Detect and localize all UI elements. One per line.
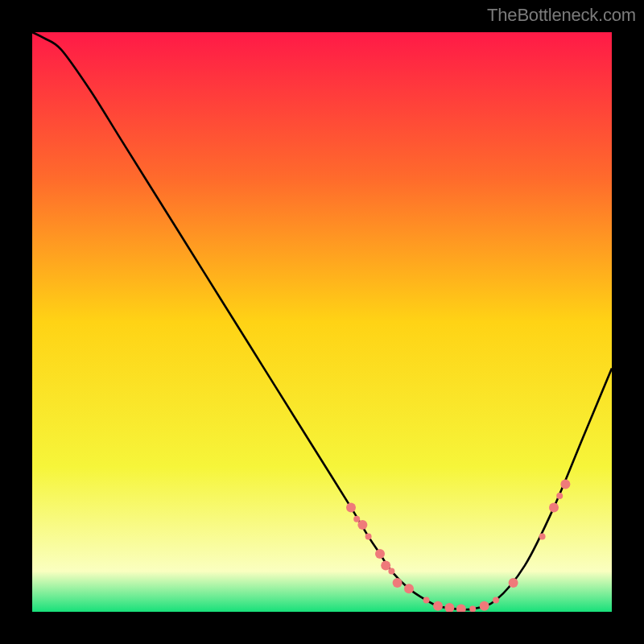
marker-point xyxy=(346,502,356,512)
marker-point xyxy=(509,578,518,588)
marker-point xyxy=(556,493,563,499)
marker-point xyxy=(393,578,402,588)
marker-point xyxy=(365,533,372,539)
marker-point xyxy=(353,516,360,522)
chart-background xyxy=(32,32,612,612)
marker-point xyxy=(375,549,385,559)
marker-point xyxy=(423,597,430,604)
marker-point xyxy=(381,560,390,570)
marker-point xyxy=(404,584,414,593)
marker-point xyxy=(549,502,559,512)
marker-point xyxy=(560,480,570,489)
chart-frame: TheBottleneck.com xyxy=(0,0,644,644)
attribution-label: TheBottleneck.com xyxy=(487,5,636,26)
marker-point xyxy=(433,601,443,611)
bottleneck-chart xyxy=(32,32,612,612)
marker-point xyxy=(539,533,546,539)
marker-point xyxy=(480,601,489,611)
marker-point xyxy=(493,597,499,604)
marker-point xyxy=(357,520,367,530)
marker-point xyxy=(388,568,394,575)
